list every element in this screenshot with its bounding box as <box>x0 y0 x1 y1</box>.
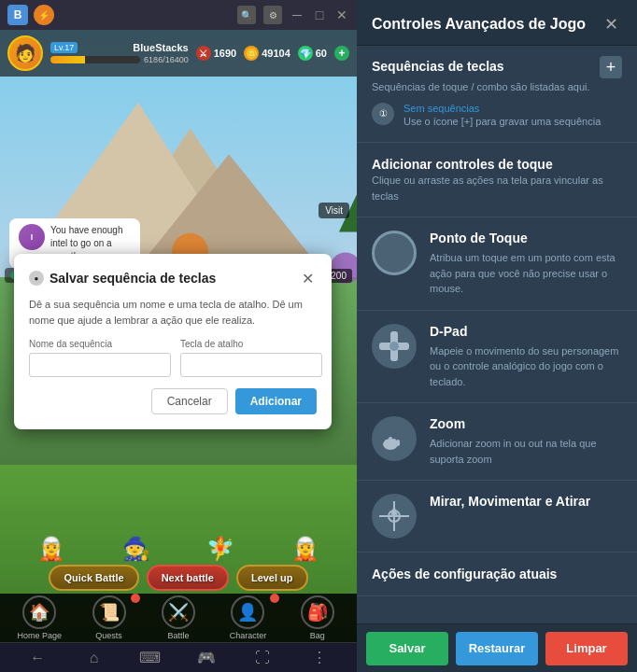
bottom-game-area: 🧝 🧙 🧚 🧝 Quick Battle Next battle Level u… <box>0 465 357 642</box>
no-sequences-link[interactable]: Sem sequências <box>403 103 601 114</box>
sequence-number-badge: ① <box>372 103 394 125</box>
dpad-info: D-Pad Mapeie o movimento do seu personag… <box>430 324 622 390</box>
homepage-label: Home Page <box>17 631 62 640</box>
bottom-nav: 🏠 Home Page 📜 Quests ⚔️ Battle 👤 Charact… <box>0 594 357 642</box>
zoom-icon <box>372 416 417 461</box>
dialog-header: ● Salvar sequência de teclas ✕ <box>29 269 317 287</box>
exp-bar-row: 6186/16400 <box>50 55 189 64</box>
svg-point-15 <box>389 342 399 351</box>
add-sequence-button[interactable]: + <box>600 56 622 78</box>
sword-resource: ⚔ 1690 <box>196 46 236 61</box>
dialog-fields: Nome da sequência Tecla de atalho <box>29 339 317 377</box>
dpad-icon <box>372 324 417 369</box>
save-button[interactable]: Salvar <box>366 632 448 665</box>
bag-icon: 🎒 <box>301 595 334 629</box>
home-icon[interactable]: ⌂ <box>82 647 105 669</box>
expand-icon[interactable]: ⛶ <box>251 647 274 669</box>
sword-icon: ⚔ <box>196 46 211 61</box>
add-button[interactable]: Adicionar <box>235 388 317 414</box>
aim-icon <box>372 494 417 539</box>
battle-icon: ⚔️ <box>162 595 195 629</box>
dialog-title-icon: ● <box>29 271 44 286</box>
emulator-toolbar: ← ⌂ ⌨ 🎮 ⛶ ⋮ <box>0 642 357 672</box>
seq-name-field-group: Nome da sequência <box>29 339 171 377</box>
gamepad-icon[interactable]: 🎮 <box>195 647 218 669</box>
exp-bar-fill <box>50 56 85 63</box>
gem-icon: 💎 <box>298 46 313 61</box>
dialog-buttons: Cancelar Adicionar <box>29 388 317 414</box>
svg-rect-19 <box>396 440 400 446</box>
right-bottom-bar: Salvar Restaurar Limpar <box>357 623 637 672</box>
hud-info: Lv.17 BlueStacks 6186/16400 <box>50 42 189 64</box>
restore-button[interactable]: Restaurar <box>456 632 538 665</box>
gem-count: 60 <box>316 48 327 59</box>
zoom-desc: Adicionar zoom in ou out na tela que sup… <box>430 436 622 467</box>
cancel-button[interactable]: Cancelar <box>151 388 228 414</box>
shortcut-key-input[interactable] <box>180 353 322 377</box>
shortcut-key-label: Tecla de atalho <box>180 339 322 349</box>
avatar: 🧑 <box>7 35 43 71</box>
search-icon[interactable]: 🔍 <box>237 6 256 24</box>
current-config-title: Ações de configuração atuais <box>372 567 557 581</box>
nav-item-battle[interactable]: ⚔️ Battle <box>144 595 213 640</box>
key-sequences-section: Sequências de teclas + Sequências de toq… <box>357 46 637 143</box>
seq-name-label: Nome da sequência <box>29 339 171 349</box>
zoom-name: Zoom <box>430 416 622 431</box>
character-icon: 👤 <box>231 595 264 629</box>
touch-point-icon <box>372 231 417 275</box>
seq-name-input[interactable] <box>29 353 171 377</box>
right-panel-content: Sequências de teclas + Sequências de toq… <box>357 46 637 623</box>
clear-button[interactable]: Limpar <box>545 632 628 665</box>
coin-icon: 🪙 <box>244 46 259 61</box>
next-battle-button[interactable]: Next battle <box>147 565 229 591</box>
exp-text: 6186/16400 <box>144 55 189 64</box>
aim-card[interactable]: Mirar, Movimentar e Atirar <box>357 481 637 553</box>
zoom-card[interactable]: Zoom Adicionar zoom in ou out na tela qu… <box>357 403 637 481</box>
coin-count: 49104 <box>262 48 290 59</box>
title-bar-right: 🔍 ⚙ ─ □ ✕ <box>237 6 349 24</box>
nav-item-character[interactable]: 👤 Character <box>213 595 282 640</box>
right-panel-close-button[interactable]: ✕ <box>600 13 622 35</box>
hud-resources: ⚔ 1690 🪙 49104 💎 60 + <box>196 46 349 61</box>
touch-point-card[interactable]: Ponto de Toque Atribua um toque em um po… <box>357 217 637 311</box>
quick-battle-button[interactable]: Quick Battle <box>49 565 138 591</box>
no-sequences-hint: Use o ícone [+] para gravar uma sequênci… <box>403 114 601 130</box>
coin-resource: 🪙 49104 <box>244 46 290 61</box>
title-bar-left: B ⚡ <box>7 5 54 25</box>
gem-resource: 💎 60 <box>298 46 327 61</box>
touch-controls-desc: Clique ou arraste as ações na tela para … <box>372 173 622 203</box>
dpad-desc: Mapeie o movimento do seu personagem ou … <box>430 343 622 390</box>
title-bar: B ⚡ 🔍 ⚙ ─ □ ✕ <box>0 0 357 30</box>
level-up-button[interactable]: Level up <box>236 565 308 591</box>
dialog-close-button[interactable]: ✕ <box>298 269 317 287</box>
game-screen: 🧑 Lv.17 BlueStacks 6186/16400 ⚔ 1690 <box>0 30 357 465</box>
aim-name: Mirar, Movimentar e Atirar <box>430 494 622 509</box>
right-panel-header: Controles Avançados de Jogo ✕ <box>357 0 637 46</box>
current-config-section: Ações de configuração atuais <box>357 553 637 596</box>
no-sequences-row: ① Sem sequências Use o ícone [+] para gr… <box>372 103 622 130</box>
nav-item-quests[interactable]: 📜 Quests <box>74 595 143 640</box>
close-button[interactable]: ✕ <box>334 7 349 22</box>
keyboard-icon[interactable]: ⌨ <box>139 647 162 669</box>
minimize-button[interactable]: ─ <box>290 7 304 22</box>
character-label: Character <box>230 631 267 640</box>
visit-button[interactable]: Visit <box>318 203 349 218</box>
touch-point-info: Ponto de Toque Atribua um toque em um po… <box>430 231 622 297</box>
more-icon[interactable]: ⋮ <box>308 647 331 669</box>
maximize-button[interactable]: □ <box>312 7 327 22</box>
hud-name-row: Lv.17 BlueStacks <box>50 42 189 53</box>
homepage-icon: 🏠 <box>22 595 56 629</box>
svg-rect-18 <box>392 439 396 446</box>
back-icon[interactable]: ← <box>26 647 49 669</box>
key-sequences-header: Sequências de teclas + <box>372 59 622 79</box>
add-resources-button[interactable]: + <box>334 46 349 61</box>
dpad-card[interactable]: D-Pad Mapeie o movimento do seu personag… <box>357 311 637 404</box>
settings-icon[interactable]: ⚙ <box>263 6 282 24</box>
dialog-title-text: Salvar sequência de teclas <box>50 271 216 286</box>
nav-item-homepage[interactable]: 🏠 Home Page <box>5 595 74 640</box>
nav-item-bag[interactable]: 🎒 Bag <box>283 595 352 640</box>
aim-info: Mirar, Movimentar e Atirar <box>430 494 622 513</box>
no-sequences-info: Sem sequências Use o ícone [+] para grav… <box>403 103 601 130</box>
touch-point-desc: Atribua um toque em um ponto com esta aç… <box>430 250 622 297</box>
dpad-name: D-Pad <box>430 324 622 339</box>
